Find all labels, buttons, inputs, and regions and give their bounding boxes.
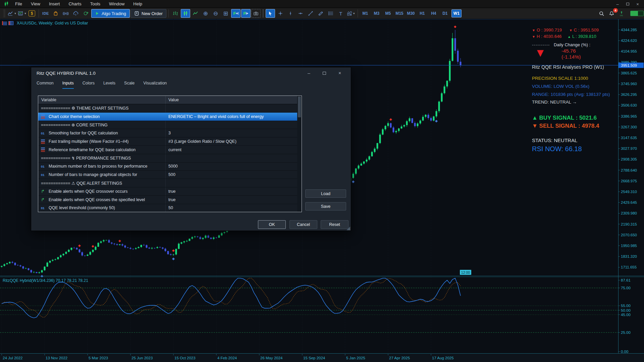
- svg-text:2908.305: 2908.305: [621, 157, 637, 161]
- search-button[interactable]: [597, 9, 606, 18]
- signals-button[interactable]: ((o)): [61, 9, 70, 18]
- menu-window[interactable]: Window: [105, 1, 129, 7]
- load-button[interactable]: Load: [305, 189, 346, 198]
- window-close-button[interactable]: ×: [633, 1, 643, 7]
- dialog-row[interactable]: 01Smoothing factor for QQE calculation3: [38, 129, 301, 137]
- scrollbar-thumb[interactable]: [298, 97, 301, 117]
- dialog-row[interactable]: Fast trailing multiplier (Wave Factor #1…: [38, 137, 301, 146]
- screenshot-button[interactable]: [251, 9, 261, 18]
- horizontal-line-button[interactable]: [296, 9, 305, 18]
- new-order-button[interactable]: New Order: [130, 9, 166, 18]
- zoom-in-button[interactable]: ⊕: [201, 9, 210, 18]
- tab-inputs[interactable]: Inputs: [62, 81, 74, 89]
- timeframe-m1-button[interactable]: M1: [360, 9, 370, 17]
- depth-of-market-icon[interactable]: [2, 21, 7, 25]
- one-click-trading-icon[interactable]: [8, 21, 13, 25]
- dialog-row[interactable]: ↱Enable alerts when QQE crosses the spec…: [38, 196, 301, 204]
- chart-shift-button[interactable]: [241, 9, 251, 18]
- ok-button[interactable]: OK: [258, 220, 286, 229]
- notifications-button[interactable]: 4: [607, 9, 616, 18]
- param-int-icon: 01: [41, 131, 47, 135]
- quotes-button[interactable]: $: [27, 9, 37, 18]
- tab-common[interactable]: Common: [37, 81, 54, 89]
- dialog-row[interactable]: ============ ↯ PERFORMANCE SETTINGS: [38, 154, 301, 163]
- window-maximize-button[interactable]: [623, 1, 633, 7]
- line-chart-button[interactable]: [191, 9, 200, 18]
- vertical-line-button[interactable]: [286, 9, 295, 18]
- close-value: C : 3951.509: [574, 27, 599, 33]
- menu-view[interactable]: View: [26, 1, 45, 7]
- chart-profile-button[interactable]: ▾: [7, 9, 16, 18]
- cancel-button[interactable]: Cancel: [289, 220, 317, 229]
- dialog-row[interactable]: 01QQE level threshold (commonly 50)50: [38, 204, 301, 212]
- param-value: 3: [168, 131, 171, 135]
- timeframe-h4-button[interactable]: H4: [429, 9, 439, 17]
- param-value: true: [168, 189, 176, 194]
- timeframe-d1-button[interactable]: D1: [440, 9, 450, 17]
- tab-visualization[interactable]: Visualization: [143, 81, 167, 89]
- dialog-row[interactable]: 01Maximum number of bars to process for …: [38, 163, 301, 171]
- zoom-out-button[interactable]: ⊖: [211, 9, 220, 18]
- dialog-titlebar[interactable]: Ritz QQE HYBRID FINAL 1.0 – ×: [31, 67, 351, 79]
- dialog-close-button[interactable]: ×: [332, 69, 347, 77]
- change-value: -45.76: [561, 48, 576, 54]
- market-button[interactable]: [51, 9, 60, 18]
- reset-button[interactable]: Reset: [321, 220, 348, 229]
- svg-text:3626.295: 3626.295: [621, 93, 637, 97]
- vps-cloud-button[interactable]: [71, 9, 80, 18]
- dialog-row[interactable]: ============ ⚙ THEME CHART SETTINGS: [38, 104, 301, 113]
- timeframe-m15-button[interactable]: M15: [394, 9, 405, 17]
- candlestick-chart-button[interactable]: [181, 9, 190, 18]
- svg-text:26 May 2024: 26 May 2024: [260, 356, 283, 360]
- trendline-button[interactable]: [306, 9, 315, 18]
- menu-help[interactable]: Help: [129, 1, 147, 7]
- tile-windows-button[interactable]: ⊞: [221, 9, 230, 18]
- fibonacci-button[interactable]: [326, 9, 335, 18]
- menu-tools[interactable]: Tools: [86, 1, 105, 7]
- dialog-row[interactable]: ============ ⊛ CORE SETTING: [38, 121, 301, 129]
- shapes-button[interactable]: ▾: [346, 9, 356, 18]
- dialog-row[interactable]: Chart color theme selectionENERGETIC – B…: [38, 113, 301, 121]
- indicator-windows-button[interactable]: ▾: [17, 9, 26, 18]
- menu-charts[interactable]: Charts: [64, 1, 86, 7]
- timeframe-m30-button[interactable]: M30: [406, 9, 416, 17]
- table-body: ============ ⚙ THEME CHART SETTINGSChart…: [38, 104, 301, 212]
- dialog-row[interactable]: ============ ⚠ QQE ALERT SETTINGS: [38, 179, 301, 187]
- timeframe-h1-button[interactable]: H1: [417, 9, 427, 17]
- metaeditor-ide-button[interactable]: IDE: [41, 9, 50, 18]
- timeframe-m3-button[interactable]: M3: [372, 9, 382, 17]
- timeframe-w1-button[interactable]: W1: [451, 9, 462, 17]
- dialog-resize-grip[interactable]: ◢: [346, 225, 350, 231]
- timeframe-m5-button[interactable]: M5: [383, 9, 393, 17]
- tab-levels[interactable]: Levels: [103, 81, 115, 89]
- bar-chart-button[interactable]: [171, 9, 180, 18]
- crosshair-button[interactable]: [276, 9, 285, 18]
- big-down-triangle-icon: ▼: [535, 48, 546, 57]
- svg-text:1831.320: 1831.320: [621, 254, 637, 258]
- dialog-row[interactable]: 01Number of bars to manage graphical obj…: [38, 171, 301, 179]
- cursor-button[interactable]: [266, 9, 275, 18]
- dialog-minimize-button[interactable]: –: [301, 69, 317, 77]
- algo-trading-button[interactable]: Algo Trading: [91, 9, 130, 18]
- toolbar-drag-handle[interactable]: [3, 10, 5, 17]
- copy-trading-button[interactable]: [81, 9, 91, 18]
- menu-file[interactable]: File: [11, 1, 26, 7]
- dialog-row[interactable]: Reference timeframe for QQE base calcula…: [38, 146, 301, 154]
- dialog-row[interactable]: ↱Enable alerts when QQE crossover occurs…: [38, 187, 301, 196]
- tab-colors[interactable]: Colors: [83, 81, 95, 89]
- connection-status[interactable]: [627, 9, 644, 18]
- menu-insert[interactable]: Insert: [45, 1, 64, 7]
- levels-button[interactable]: LVL: [617, 9, 626, 18]
- svg-text:45.00: 45.00: [621, 313, 631, 317]
- auto-scroll-button[interactable]: [231, 9, 240, 18]
- dialog-maximize-button[interactable]: [317, 69, 332, 77]
- save-button[interactable]: Save: [305, 202, 346, 210]
- svg-text:0.00: 0.00: [621, 350, 628, 354]
- window-minimize-button[interactable]: –: [612, 1, 623, 7]
- equidistant-channel-button[interactable]: [316, 9, 325, 18]
- text-tool-button[interactable]: T: [336, 9, 345, 18]
- tab-scale[interactable]: Scale: [124, 81, 135, 89]
- caret-down-icon: ▾: [24, 12, 26, 15]
- table-scrollbar[interactable]: [297, 96, 302, 212]
- param-value: true: [168, 197, 176, 202]
